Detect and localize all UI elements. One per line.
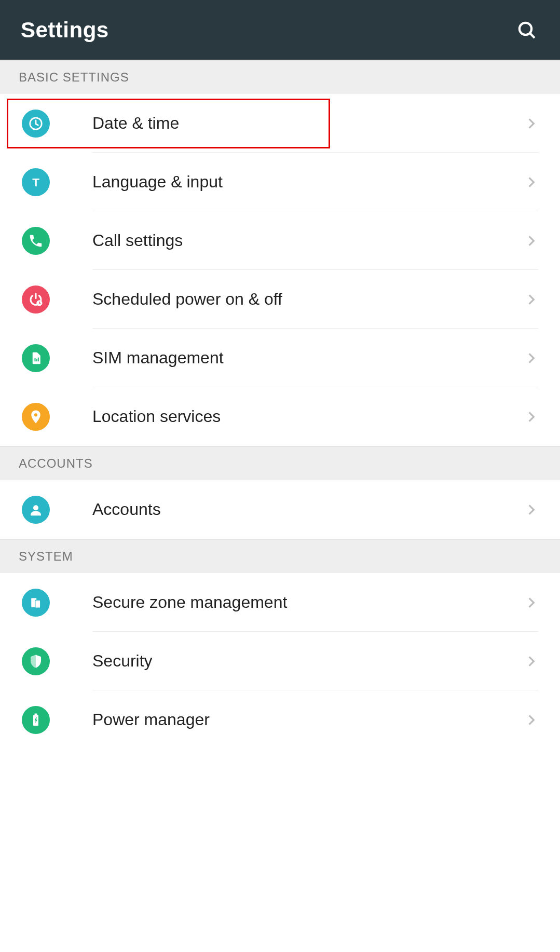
item-sim-management[interactable]: SIM management — [0, 329, 560, 387]
svg-line-1 — [530, 33, 535, 37]
svg-point-8 — [33, 505, 38, 510]
chevron-right-icon — [525, 596, 538, 609]
section-system: Secure zone management Security Power ma… — [0, 573, 560, 749]
item-label: Power manager — [92, 710, 210, 729]
item-location-services[interactable]: Location services — [0, 387, 560, 446]
devices-icon — [22, 589, 50, 617]
chevron-right-icon — [525, 655, 538, 668]
item-date-time[interactable]: Date & time — [0, 94, 560, 153]
item-label: Security — [92, 651, 153, 671]
battery-icon — [22, 706, 50, 734]
svg-rect-10 — [35, 600, 40, 608]
chevron-right-icon — [525, 234, 538, 248]
svg-rect-5 — [35, 358, 36, 361]
item-label: Language & input — [92, 172, 223, 192]
chevron-right-icon — [525, 410, 538, 424]
item-label: Date & time — [92, 114, 179, 133]
item-accounts[interactable]: Accounts — [0, 480, 560, 539]
chevron-right-icon — [525, 293, 538, 306]
item-label: Call settings — [92, 231, 183, 250]
power-schedule-icon — [22, 285, 50, 314]
item-secure-zone[interactable]: Secure zone management — [0, 573, 560, 632]
chevron-right-icon — [525, 503, 538, 516]
item-language-input[interactable]: T Language & input — [0, 153, 560, 211]
item-label: Scheduled power on & off — [92, 290, 282, 309]
shield-icon — [22, 647, 50, 675]
item-security[interactable]: Security — [0, 632, 560, 690]
sim-card-icon — [22, 344, 50, 372]
location-pin-icon — [22, 403, 50, 431]
item-label: Location services — [92, 407, 221, 426]
item-call-settings[interactable]: Call settings — [0, 211, 560, 270]
item-scheduled-power[interactable]: Scheduled power on & off — [0, 270, 560, 329]
page-title: Settings — [21, 18, 109, 43]
search-button[interactable] — [514, 18, 539, 43]
chevron-right-icon — [525, 351, 538, 365]
svg-rect-6 — [36, 359, 37, 361]
letter-t-icon: T — [22, 168, 50, 196]
svg-point-0 — [520, 22, 531, 34]
svg-rect-7 — [38, 357, 39, 361]
phone-icon — [22, 227, 50, 255]
svg-rect-12 — [35, 713, 37, 715]
item-power-manager[interactable]: Power manager — [0, 690, 560, 749]
clock-icon — [22, 110, 50, 138]
section-basic: Date & time T Language & input Call sett… — [0, 94, 560, 446]
item-label: SIM management — [92, 348, 224, 368]
app-header: Settings — [0, 0, 560, 60]
item-label: Secure zone management — [92, 593, 287, 612]
item-label: Accounts — [92, 500, 161, 519]
chevron-right-icon — [525, 713, 538, 727]
section-header-basic: BASIC SETTINGS — [0, 60, 560, 94]
svg-text:T: T — [32, 175, 39, 188]
chevron-right-icon — [525, 117, 538, 130]
section-header-system: SYSTEM — [0, 539, 560, 573]
section-accounts: Accounts — [0, 480, 560, 539]
section-header-accounts: ACCOUNTS — [0, 446, 560, 480]
search-icon — [516, 20, 537, 40]
chevron-right-icon — [525, 175, 538, 189]
person-icon — [22, 496, 50, 524]
